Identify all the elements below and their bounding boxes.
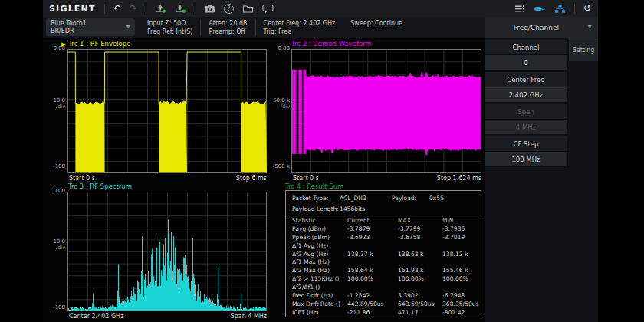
mode-dropdown[interactable]: Blue Tooth1 BR/EDR ▼ [46,18,135,36]
trc3-title: Trc 3 : RF Spectrum [68,183,132,190]
table-cell: 155.46 k [442,267,481,274]
table-header-cell: MAX [398,217,442,224]
trc2-demod-waveform-plot[interactable] [291,49,481,173]
toolbar: SIGLENT ↶ ↷ ? [43,0,598,17]
table-cell: Freq Drift (Hz) [292,292,347,299]
table-row: Pavg (dBm)-3.7879-3.7799-3.7936 [286,225,481,233]
table-cell: -3.7879 [347,225,398,232]
folder-icon[interactable] [242,4,254,14]
trc2-x-start: Start 0 s [293,175,319,182]
trc1-rf-envelope-plot[interactable] [67,49,267,173]
trc4-title: Trc 4 : Result Sum [285,183,343,190]
softkey-menu-title: Freq/Channel [485,24,588,31]
help-icon[interactable]: ? [224,4,234,14]
trc3-x-center: Center 2.402 GHz [69,313,123,320]
table-row: Packet Type:ACL_DH3Payload:0x55 [286,192,481,203]
status-line: Preamp: Off [209,28,247,37]
trc3-x-span: Span 4 MHz [196,313,267,320]
table-cell: 471.17 [398,309,442,316]
redo-icon[interactable]: ↷ [130,4,137,13]
usb-icon[interactable] [534,4,546,14]
table-cell: 643.69/50us [398,301,442,307]
table-cell: -3.7019 [442,234,481,241]
status-readouts: Input Z: 50ΩFreq Ref: Int(S)Atten: 20 dB… [140,18,410,36]
table-header-cell: Current [347,217,398,224]
table-cell: Pavg (dBm) [292,225,347,232]
trc1-title: ▶Trc 1 : RF Envelope [61,41,130,48]
status-group: Atten: 20 dBPreamp: Off [200,19,255,36]
table-cell: 368.35/50us [442,301,481,307]
table-cell: 1456bits [340,205,392,212]
trc4-result-sum-table: Packet Type:ACL_DH3Payload:0x55Payload L… [285,190,481,317]
chevron-down-icon: ▼ [588,25,592,30]
table-cell: Δf1 Avg (Hz) [292,242,347,249]
table-cell: Max Drift Rate () [292,301,347,307]
divider [104,4,105,14]
save-state-icon[interactable] [155,4,166,14]
table-cell: 100.00% [347,275,398,282]
softkey-value[interactable]: 0 [485,55,567,70]
toolbar-left: SIGLENT ↶ ↷ ? [49,4,274,14]
camera-icon[interactable] [204,4,215,14]
trc1-y-scale: 10.0/div [43,98,65,110]
menu-list-icon[interactable] [514,4,525,14]
softkey-value[interactable]: 4 MHz [485,120,567,134]
table-cell: Packet Type: [292,195,340,202]
table-cell: -211.86 [347,309,398,316]
status-line: Freq Ref: Int(S) [147,28,192,37]
softkey-menu-dropdown[interactable]: Freq/Channel ▼ [485,17,598,38]
table-header-cell: Statistic [292,217,347,224]
softkey-label: Center Freq [485,72,567,87]
trc3-y-bottom: -100 [43,305,65,311]
table-cell: Payload: [392,195,429,202]
table-cell: 138.37 k [347,251,398,258]
undo-icon[interactable]: ↶ [113,4,121,13]
table-cell: 138.63 k [398,251,442,258]
trc3-y-top: 0.00 [43,189,65,195]
table-header-cell: MIN [442,217,481,224]
divider [286,215,481,215]
softkey-span[interactable]: Span4 MHz [485,104,567,134]
trc1-y-bottom: -100 [43,164,65,170]
table-cell: 3.3902 [398,292,442,299]
table-row: Δf2/Δf1 () [286,283,481,291]
divider [146,4,146,14]
softkey-value[interactable]: 2.402 GHz [485,87,567,102]
table-cell: ICFT (Hz) [292,309,347,316]
table-header-row: StatisticCurrentMAXMIN [286,216,481,225]
divider [574,4,575,14]
table-cell: 442.89/50us [347,301,398,307]
lan-icon[interactable] [554,4,566,14]
softkey-cf-step[interactable]: CF Step100 MHz [485,136,567,166]
trc2-title: Trc 2 : Demod Waveform [291,41,372,48]
table-cell: Δf2 > 115KHz () [292,275,347,282]
table-row: Δf1 Avg (Hz) [286,242,481,250]
softkey-center-freq[interactable]: Center Freq2.402 GHz [485,72,567,102]
trc2-y-scale: 50.0 k/div [268,98,290,110]
message-icon[interactable] [262,4,274,14]
table-cell: 100.00% [398,275,442,282]
tab-setting[interactable]: Setting [569,38,598,61]
table-cell: -3.7799 [398,225,442,232]
softkey-channel[interactable]: Channel0 [485,40,567,70]
table-row: Δf2 Avg (Hz)138.37 k138.63 k138.12 k [286,250,481,258]
restore-icon[interactable]: ↺ [583,4,592,13]
table-row: Payload Length:1456bits [286,203,481,214]
table-row: Δf2 Max (Hz)158.64 k161.93 k155.46 k [286,266,481,274]
trc1-x-stop: Stop 6 ms [196,175,267,182]
status-group: Center Freq: 2.402 GHzTrig: Free [255,19,343,36]
table-cell: 158.64 k [347,267,398,274]
status-line: Atten: 20 dB [209,20,247,28]
trc1-y-top: 0.00 [43,46,65,52]
table-cell: Δf1 Max (Hz) [292,258,347,265]
recall-state-icon[interactable] [175,4,186,14]
trc3-rf-spectrum-plot[interactable] [67,192,267,311]
softkey-value[interactable]: 100 MHz [485,152,567,166]
softkey-label: CF Step [485,136,567,152]
trc1-x-start: Start 0 s [69,175,95,182]
table-row: ICFT (Hz)-211.86471.17-807.42 [286,308,481,317]
mode-label: Blue Tooth1 BR/EDR [51,20,127,34]
table-cell: Δf2 Avg (Hz) [292,251,347,258]
table-cell: Ppeak (dBm) [292,234,347,241]
table-row: Ppeak (dBm)-3.6923-3.6758-3.7019 [286,233,481,242]
